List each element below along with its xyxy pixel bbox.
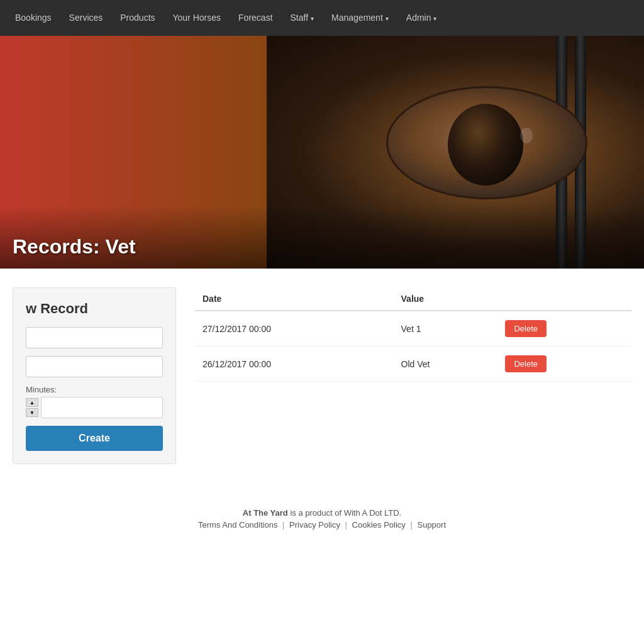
nav-forecast[interactable]: Forecast <box>230 0 281 36</box>
footer-sep-1: | <box>282 520 287 530</box>
cell-delete: Delete <box>497 311 631 347</box>
minutes-label: Minutes: <box>26 385 163 394</box>
form-title: w Record <box>26 301 163 317</box>
table-row: 26/12/2017 00:00 Old Vet Delete <box>195 347 631 382</box>
minutes-input[interactable]: 0 <box>41 397 163 418</box>
hero-overlay: Records: Vet <box>0 206 644 269</box>
nav-management[interactable]: Management▾ <box>323 0 397 36</box>
nav-management-dropdown[interactable]: Management▾ <box>323 0 397 36</box>
minutes-group: ▲ ▼ 0 <box>26 397 163 418</box>
col-date: Date <box>195 287 394 311</box>
hero-banner: Records: Vet <box>0 36 644 269</box>
date-field-container <box>26 327 163 348</box>
eye-highlight <box>520 128 533 143</box>
date-input[interactable] <box>26 327 163 348</box>
col-actions <box>497 287 631 311</box>
minutes-field-container: Minutes: ▲ ▼ 0 <box>26 385 163 418</box>
minutes-spinner[interactable]: ▲ ▼ <box>26 398 38 417</box>
eye-pupil <box>448 104 523 186</box>
create-button[interactable]: Create <box>26 426 163 451</box>
footer-links: Terms And Conditions | Privacy Policy | … <box>13 520 631 530</box>
records-table-panel: Date Value 27/12/2017 00:00 Vet 1 Delete… <box>195 287 631 464</box>
cookies-link[interactable]: Cookies Policy <box>352 520 406 530</box>
footer-suffix: is a product of With A Dot LTD. <box>288 508 401 518</box>
minutes-up-button[interactable]: ▲ <box>26 398 38 407</box>
col-value: Value <box>394 287 498 311</box>
page-title: Records: Vet <box>13 235 136 258</box>
nav-services[interactable]: Services <box>60 0 112 36</box>
support-link[interactable]: Support <box>417 520 446 530</box>
main-nav: Bookings Services Products Your Horses F… <box>0 0 644 36</box>
nav-staff-dropdown[interactable]: Staff▾ <box>282 0 323 36</box>
value-field-container <box>26 356 163 377</box>
delete-button-1[interactable]: Delete <box>505 355 547 372</box>
footer-brand: At The Yard <box>243 508 288 518</box>
privacy-link[interactable]: Privacy Policy <box>289 520 340 530</box>
nav-products[interactable]: Products <box>111 0 164 36</box>
main-content: w Record Minutes: ▲ ▼ 0 Create Date <box>0 269 644 483</box>
nav-staff[interactable]: Staff▾ <box>282 0 323 36</box>
nav-your-horses[interactable]: Your Horses <box>164 0 230 36</box>
eye-outer <box>386 86 587 199</box>
cell-date: 27/12/2017 00:00 <box>195 311 394 347</box>
staff-arrow-icon: ▾ <box>311 15 314 22</box>
management-arrow-icon: ▾ <box>386 15 389 22</box>
nav-admin-dropdown[interactable]: Admin▾ <box>397 0 446 36</box>
cell-date: 26/12/2017 00:00 <box>195 347 394 382</box>
cell-delete: Delete <box>497 347 631 382</box>
cell-value: Old Vet <box>394 347 498 382</box>
footer-sep-2: | <box>345 520 350 530</box>
table-row: 27/12/2017 00:00 Vet 1 Delete <box>195 311 631 347</box>
new-record-form: w Record Minutes: ▲ ▼ 0 Create <box>13 287 176 464</box>
page-footer: At The Yard is a product of With A Dot L… <box>0 483 644 542</box>
horse-eye <box>380 74 594 212</box>
records-table: Date Value 27/12/2017 00:00 Vet 1 Delete… <box>195 287 631 382</box>
delete-button-0[interactable]: Delete <box>505 320 547 337</box>
table-header-row: Date Value <box>195 287 631 311</box>
cell-value: Vet 1 <box>394 311 498 347</box>
value-input[interactable] <box>26 356 163 377</box>
nav-admin[interactable]: Admin▾ <box>397 0 446 36</box>
minutes-down-button[interactable]: ▼ <box>26 408 38 417</box>
terms-link[interactable]: Terms And Conditions <box>198 520 277 530</box>
nav-bookings[interactable]: Bookings <box>6 0 60 36</box>
admin-arrow-icon: ▾ <box>433 15 436 22</box>
footer-sep-3: | <box>410 520 414 530</box>
footer-text: At The Yard is a product of With A Dot L… <box>13 508 631 518</box>
